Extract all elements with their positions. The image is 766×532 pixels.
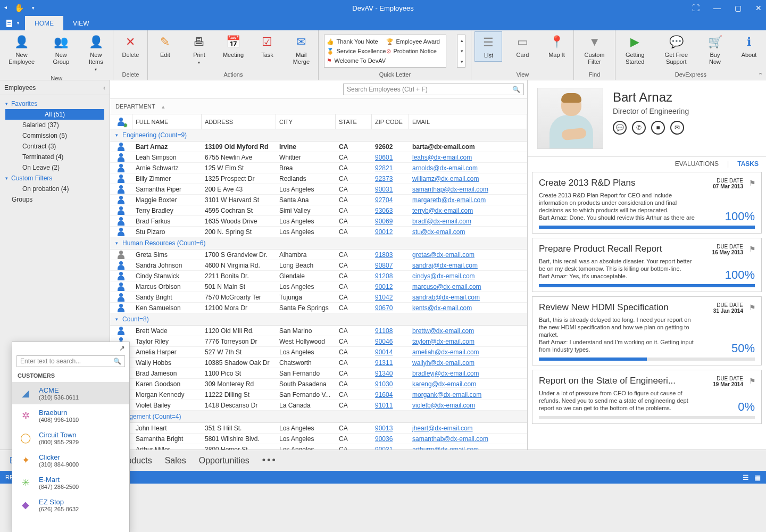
customer-item[interactable]: ✦Clicker(310) 884-9000 [12, 449, 129, 471]
sidebar-favorites-toggle[interactable]: ▾Favorites [0, 98, 110, 109]
task-card[interactable]: Report on the State of Engineeri...Under… [532, 370, 762, 424]
new-items-button[interactable]: 👤New Items▾ [82, 31, 110, 75]
status-card-icon[interactable]: ▦ [754, 473, 761, 481]
map-it-button[interactable]: 📍Map It [543, 31, 570, 61]
mail-icon[interactable]: ✉ [670, 121, 684, 135]
quick-letter-gallery[interactable]: 👍Thank You Note 🏅Service Excellence ⚑Wel… [324, 35, 446, 68]
group-header[interactable]: ▾Human Resources (Count=6) [110, 237, 527, 250]
cell-email[interactable]: sandrab@dx-email.com [409, 294, 527, 301]
cell-email[interactable]: marcuso@dx-email.com [409, 283, 527, 290]
cell-zip[interactable]: 91042 [372, 294, 409, 301]
table-row[interactable]: Arthur Miller3800 Homer St.Los AngelesCA… [110, 444, 527, 450]
cell-email[interactable]: sandraj@dx-email.com [409, 262, 527, 269]
fullscreen-icon[interactable]: ⛶ [692, 4, 700, 12]
meeting-button[interactable]: 📅Meeting [219, 31, 247, 61]
task-card[interactable]: Review New HDMI SpecificationBart, this … [532, 296, 762, 365]
cell-email[interactable]: terryb@dx-email.com [409, 207, 527, 214]
table-row[interactable]: Brett Wade1120 Old Mill Rd.San MarinoCA9… [110, 326, 527, 336]
col-email[interactable]: EMAIL [409, 114, 527, 129]
phone-icon[interactable]: ✆ [632, 121, 646, 135]
cell-zip[interactable]: 90013 [372, 425, 409, 432]
cell-zip[interactable]: 91340 [372, 370, 409, 377]
ribbon-collapse-icon[interactable]: ⌃ [758, 72, 763, 79]
table-row[interactable]: Samantha Bright5801 Wilshire Blvd.Los An… [110, 434, 527, 444]
cell-zip[interactable]: 91311 [372, 359, 409, 367]
quick-letter-expand[interactable]: ▴ ▾ ▾ [457, 35, 465, 68]
tab-evaluations[interactable]: EVALUATIONS [675, 160, 719, 168]
flag-icon[interactable]: ⚑ [749, 303, 756, 312]
table-row[interactable]: Wally Hobbs10385 Shadow Oak DrChatsworth… [110, 358, 527, 368]
table-row[interactable]: Karen Goodson309 Monterey RdSouth Pasade… [110, 379, 527, 389]
flag-icon[interactable]: ⚑ [749, 377, 756, 385]
get-free-support-button[interactable]: 💬Get Free Support [658, 31, 695, 68]
cell-email[interactable]: violetb@dx-email.com [409, 402, 527, 409]
cell-email[interactable]: cindys@dx-email.com [409, 272, 527, 280]
cell-email[interactable]: bradleyj@dx-email.com [409, 370, 527, 377]
cell-email[interactable]: kareng@dx-email.com [409, 380, 527, 388]
hand-icon[interactable]: ✋ [14, 3, 24, 13]
cell-zip[interactable]: 92373 [372, 175, 409, 182]
cell-zip[interactable]: 90046 [372, 338, 409, 345]
cell-email[interactable]: arnolds@dx-email.com [409, 164, 527, 172]
search-input[interactable]: Search Employees (Ctrl + F)🔍 [343, 84, 524, 95]
task-card[interactable]: Create 2013 R&D PlansCreate 2013 R&D Pla… [532, 172, 762, 234]
cell-zip[interactable]: 91108 [372, 327, 409, 335]
table-row[interactable]: Morgan Kennedy11222 Dilling StSan Fernan… [110, 389, 527, 400]
new-employee-button[interactable]: 👤New Employee [3, 31, 40, 68]
sidebar-item-commission[interactable]: Commission (5) [0, 130, 110, 141]
bottom-tab-sales[interactable]: Sales [165, 456, 186, 466]
group-header[interactable]: ▾Engineering (Count=9) [110, 129, 527, 142]
task-button[interactable]: ☑Task [253, 31, 281, 61]
sidebar-item-onleave[interactable]: On Leave (2) [0, 162, 110, 173]
qat-arrow-icon[interactable]: ▸ [4, 5, 7, 11]
cell-zip[interactable]: 91604 [372, 391, 409, 398]
bottom-more-icon[interactable]: ••• [262, 455, 277, 466]
sidebar-item-groups[interactable]: Groups [0, 194, 110, 205]
about-button[interactable]: ℹAbout [735, 31, 763, 61]
cell-email[interactable]: gretas@dx-email.com [409, 251, 527, 259]
cell-zip[interactable]: 90601 [372, 154, 409, 161]
cell-zip[interactable]: 90031 [372, 186, 409, 193]
cell-zip[interactable]: 90807 [372, 262, 409, 269]
table-row[interactable]: Ken Samuelson12100 Mora DrSanta Fe Sprin… [110, 303, 527, 313]
customer-item[interactable]: ◆EZ Stop(626) 265-8632 [12, 494, 129, 516]
cell-zip[interactable]: 90014 [372, 348, 409, 356]
group-header[interactable]: ▾nagement (Count=4) [110, 411, 527, 423]
table-row[interactable]: Sandra Johnson4600 N Virginia Rd.Long Be… [110, 260, 527, 271]
col-address[interactable]: ADDRESS [202, 114, 276, 129]
cell-email[interactable]: morgank@dx-email.com [409, 391, 527, 398]
cell-email[interactable]: leahs@dx-email.com [409, 154, 527, 161]
cell-email[interactable]: williamz@dx-email.com [409, 175, 527, 182]
popup-search-input[interactable]: Enter text to search...🔍 [16, 355, 125, 367]
tab-view[interactable]: VIEW [63, 16, 99, 30]
cell-email[interactable]: samanthab@dx-email.com [409, 435, 527, 443]
group-header[interactable]: ▾Count=8) [110, 313, 527, 326]
group-panel[interactable]: DEPARTMENT▴ [110, 98, 527, 114]
customer-item[interactable]: ✳E-Mart(847) 286-2500 [12, 471, 129, 494]
edit-button[interactable]: ✎Edit [151, 31, 179, 61]
minimize-button[interactable]: — [713, 4, 721, 12]
table-row[interactable]: Violet Bailey1418 Descanso DrLa CanadaCA… [110, 400, 527, 411]
sidebar-item-terminated[interactable]: Terminated (4) [0, 152, 110, 162]
buy-now-button[interactable]: 🛒Buy Now [701, 31, 729, 68]
cell-email[interactable]: margaretb@dx-email.com [409, 196, 527, 204]
cell-email[interactable]: bradf@dx-email.com [409, 218, 527, 225]
cell-zip[interactable]: 91803 [372, 251, 409, 259]
cell-zip[interactable]: 92704 [372, 196, 409, 204]
qat-dropdown-icon[interactable]: ▾ [32, 5, 35, 11]
delete-button[interactable]: ✕Delete [116, 31, 144, 61]
cell-zip[interactable]: 90031 [372, 446, 409, 450]
table-row[interactable]: Arnie Schwartz125 W Elm StBreaCA92821arn… [110, 163, 527, 173]
cell-zip[interactable]: 92602 [372, 143, 409, 151]
cell-zip[interactable]: 90012 [372, 283, 409, 290]
col-full-name[interactable]: FULL NAME [132, 114, 202, 129]
app-menu-button[interactable]: ▾ [0, 16, 25, 30]
flag-icon[interactable]: ⚑ [749, 245, 756, 253]
customer-item[interactable]: ✲Braeburn(408) 996-1010 [12, 404, 129, 427]
status-list-icon[interactable]: ☰ [743, 473, 749, 481]
maximize-button[interactable]: ▢ [735, 4, 742, 12]
bottom-tab-opportunities[interactable]: Opportunities [199, 456, 249, 466]
table-row[interactable]: Brad Jameson1100 Pico StSan FernandoCA91… [110, 368, 527, 379]
table-row[interactable]: Cindy Stanwick2211 Bonita Dr.GlendaleCA9… [110, 271, 527, 281]
table-row[interactable]: Bart Arnaz13109 Old Myford RdIrvineCA926… [110, 142, 527, 152]
